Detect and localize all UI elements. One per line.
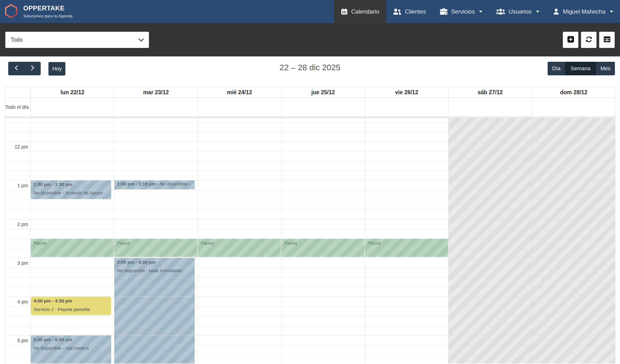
- event-title: No disponible - cita medica: [33, 346, 108, 351]
- user-friends-icon: [393, 8, 402, 15]
- event-time: 4:00 pm - 4:30 pm: [33, 298, 108, 304]
- users-icon: [496, 8, 505, 15]
- day-header-row: lun 22/12mar 23/12mié 24/12jue 25/12vie …: [5, 87, 615, 98]
- brand-name: OPPERTAKE: [23, 5, 72, 12]
- calendar-filter-value: Todo: [11, 37, 23, 43]
- allday-cell-5[interactable]: [448, 98, 532, 117]
- hour-line: [5, 219, 615, 219]
- hour-line: [5, 180, 615, 181]
- calendar-icon: [341, 8, 348, 15]
- user-icon: [553, 8, 559, 15]
- event-unavailable-0[interactable]: 1:00 pm - 1:30 pmNo disponible - Acuerdo…: [31, 180, 111, 199]
- quarter-line: [5, 122, 615, 122]
- add-event-button[interactable]: [563, 32, 578, 48]
- nav-menu: CalendarioClientesServiciosUsuariosMigue…: [334, 0, 620, 23]
- day-column-6[interactable]: [532, 118, 615, 364]
- day-header-1: mar 23/12: [114, 87, 198, 97]
- quarter-line: [5, 287, 615, 287]
- event-title: Pausa: [31, 239, 114, 247]
- axis-time-label: 2 pm: [5, 220, 28, 229]
- event-title: No disponible - Acuerdo de Apoyo: [33, 190, 108, 196]
- hour-line: [5, 258, 615, 258]
- quarter-line: [5, 151, 615, 151]
- axis-time-label: 3 pm: [5, 259, 28, 267]
- event-time: 1:00 pm - 1:15 pm -: [117, 182, 159, 186]
- event-unavailable-7[interactable]: 3:00 pm - 6:00 pmNo disponible - baile i…: [114, 258, 195, 364]
- filter-bar-actions: [563, 32, 615, 48]
- event-title: Pausa: [198, 239, 281, 247]
- business-time-icon: [440, 8, 448, 15]
- next-button[interactable]: [24, 62, 41, 75]
- quarter-line: [5, 248, 615, 248]
- day-header-5: sáb 27/12: [448, 87, 532, 97]
- nav-item-calendario[interactable]: Calendario: [334, 0, 386, 23]
- nav-item-servicios[interactable]: Servicios: [433, 0, 489, 23]
- event-unavailable-9[interactable]: 5:00 pm - 6:00 pmNo disponible - cita me…: [31, 335, 111, 364]
- event-unavailable-1[interactable]: 1:00 pm - 1:15 pm - No disponible -: [114, 180, 195, 189]
- day-header-3: jue 25/12: [281, 87, 365, 97]
- allday-cell-3[interactable]: [281, 98, 365, 117]
- allday-cell-0[interactable]: [31, 98, 114, 117]
- day-header-4: vie 26/12: [365, 87, 448, 97]
- oppertake-logo-icon: [4, 4, 18, 19]
- allday-cell-6[interactable]: [532, 98, 615, 117]
- view-button-semana[interactable]: Semana: [565, 62, 596, 75]
- hour-line: [5, 335, 615, 335]
- refresh-button[interactable]: [581, 32, 597, 48]
- caret-down-icon: [479, 11, 482, 13]
- top-navbar: OPPERTAKE Soluciones para tu Agenda Cale…: [0, 0, 620, 23]
- today-button[interactable]: Hoy: [48, 62, 65, 76]
- day-header-6: dom 28/12: [532, 87, 615, 97]
- hour-line: [5, 141, 615, 142]
- event-title: Pausa: [365, 239, 448, 247]
- caret-down-icon: [536, 11, 539, 13]
- quarter-line: [5, 277, 615, 277]
- nav-item-usuario-actual[interactable]: Miguel Mahecha: [546, 0, 620, 23]
- axis-header-cell: [5, 87, 31, 97]
- nav-item-usuarios[interactable]: Usuarios: [489, 0, 546, 23]
- quarter-line: [5, 161, 615, 161]
- allday-cell-2[interactable]: [198, 98, 281, 117]
- plus-square-icon: [567, 36, 574, 44]
- chevron-left-icon: [15, 65, 18, 72]
- view-button-mes[interactable]: Mes: [596, 62, 615, 75]
- prev-button[interactable]: [8, 62, 24, 75]
- event-service-8[interactable]: 4:00 pm - 4:30 pmServicio 2 - Pepota per…: [31, 297, 111, 315]
- axis-time-label: 4 pm: [5, 297, 28, 306]
- event-title: Servicio 2 - Pepota perezila: [33, 307, 108, 312]
- all-day-label: Todo el día: [5, 98, 31, 117]
- prev-next-group: [8, 62, 41, 75]
- table-view-button[interactable]: [599, 32, 615, 48]
- chevron-down-icon: [138, 37, 144, 43]
- event-content: 5:00 pm - 6:00 pmNo disponible - cita me…: [31, 335, 111, 353]
- view-switcher: DíaSemanaMes: [548, 62, 615, 75]
- brand: OPPERTAKE Soluciones para tu Agenda: [0, 0, 72, 23]
- sync-icon: [585, 36, 593, 44]
- quarter-line: [5, 209, 615, 210]
- axis-time-label: 12 pm: [5, 142, 28, 151]
- nav-item-label: Miguel Mahecha: [563, 8, 605, 15]
- view-button-dia[interactable]: Día: [548, 62, 565, 75]
- table-icon: [603, 36, 611, 44]
- nav-item-label: Usuarios: [509, 8, 532, 15]
- calendar-filter-select[interactable]: Todo: [5, 32, 149, 48]
- quarter-line: [5, 170, 615, 171]
- quarter-line: [5, 199, 615, 200]
- week-calendar: lun 22/12mar 23/12mié 24/12jue 25/12vie …: [5, 87, 615, 364]
- chevron-right-icon: [31, 65, 34, 72]
- day-header-2: mié 24/12: [198, 87, 281, 97]
- axis-time-label: 1 pm: [5, 181, 28, 190]
- event-time: 5:00 pm - 6:00 pm: [33, 337, 108, 342]
- brand-tagline: Soluciones para tu Agenda: [23, 14, 72, 19]
- caret-down-icon: [610, 11, 613, 13]
- event-title: No disponible - baile inolvidable: [117, 268, 192, 273]
- nav-item-clientes[interactable]: Clientes: [386, 0, 433, 23]
- allday-cell-1[interactable]: [114, 98, 198, 117]
- day-column-5[interactable]: [448, 118, 532, 364]
- event-title: No disponible -: [160, 182, 191, 186]
- event-title: Pausa: [281, 239, 364, 247]
- filter-bar: Todo: [0, 23, 620, 56]
- allday-cell-4[interactable]: [365, 98, 448, 117]
- quarter-line: [5, 325, 615, 326]
- quarter-line: [5, 355, 615, 355]
